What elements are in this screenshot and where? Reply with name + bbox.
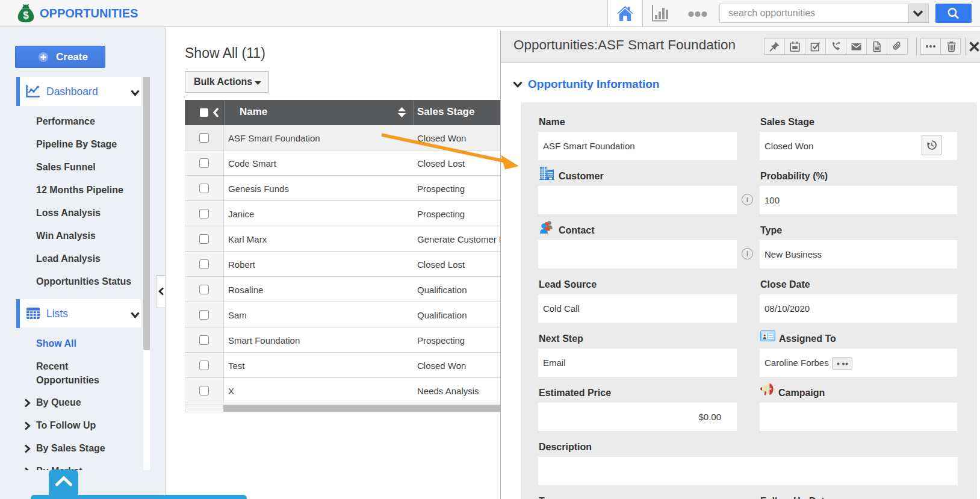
svg-text:$: $ — [23, 10, 29, 21]
